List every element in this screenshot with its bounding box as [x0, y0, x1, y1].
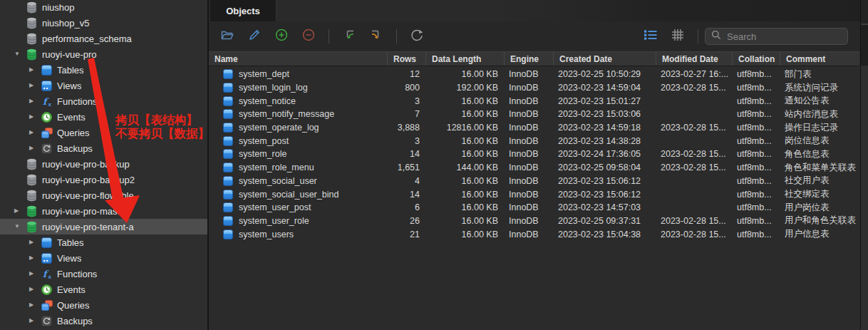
sidebar-item-ruoyi-vue-pro-backup[interactable]: ruoyi-vue-pro-backup [0, 156, 207, 172]
sidebar-item-label: performance_schema [42, 33, 132, 44]
refresh-button[interactable] [408, 27, 426, 46]
column-header-created-date[interactable]: Created Date [553, 52, 656, 66]
sidebar-item-events[interactable]: ▶Events [0, 282, 207, 297]
search-input[interactable] [725, 31, 842, 43]
column-header-comment[interactable]: Comment [780, 52, 859, 66]
sidebar-item-ruoyi-vue-pro-master[interactable]: ▶ruoyi-vue-pro-master [0, 203, 207, 219]
sidebar-item-label: Queries [57, 300, 90, 311]
sidebar-item-niushop-v5[interactable]: niushop_v5 [0, 15, 207, 31]
search-icon [711, 30, 721, 43]
sidebar-item-ruoyi-vue-pro[interactable]: ▼ruoyi-vue-pro [0, 46, 207, 62]
sidebar-item-functions[interactable]: ▶fxFunctions [0, 93, 207, 109]
chevron-down-icon[interactable]: ▼ [14, 51, 26, 57]
table-row-system_notify_message[interactable]: system_notify_message716.00 KBInnoDB2023… [209, 108, 859, 121]
database-app-window: niushopniushop_v5performance_schema▼ruoy… [0, 0, 868, 330]
cell-created: 2023-02-25 09:58:04 [553, 163, 656, 172]
sidebar-item-functions[interactable]: ▶fxFunctions [0, 266, 207, 282]
chevron-right-icon[interactable]: ▶ [29, 83, 41, 88]
sidebar-item-tables[interactable]: ▶Tables [0, 62, 207, 78]
chevron-right-icon[interactable]: ▶ [29, 130, 41, 135]
sidebar-item-ruoyi-vue-pro-flowable[interactable]: ruoyi-vue-pro-flowable [0, 187, 207, 203]
database-green-icon [26, 48, 38, 61]
database-gray-icon [26, 158, 38, 170]
annotation-line2: 不要拷贝【数据】 [115, 127, 210, 140]
column-header-name[interactable]: Name [209, 52, 387, 66]
table-name-label: system_role [239, 149, 286, 159]
cell-created: 2023-02-24 17:36:05 [553, 149, 656, 159]
sidebar-item-queries[interactable]: ▶Queries [0, 297, 207, 313]
chevron-right-icon[interactable]: ▶ [29, 114, 41, 120]
chevron-right-icon[interactable]: ▶ [29, 271, 41, 277]
table-row-system_dept[interactable]: system_dept1216.00 KBInnoDB2023-02-25 10… [209, 68, 859, 81]
chevron-right-icon[interactable]: ▶ [29, 67, 41, 73]
cell-data-length: 12816.00 KB [425, 123, 504, 133]
sidebar-item-niushop[interactable]: niushop [0, 0, 207, 15]
open-table-button[interactable] [218, 27, 237, 46]
chevron-right-icon[interactable]: ▶ [29, 287, 41, 292]
sidebar-item-ruoyi-vue-pro-backup2[interactable]: ruoyi-vue-pro-backup2 [0, 172, 207, 187]
column-header-rows[interactable]: Rows [387, 52, 425, 66]
search-box[interactable] [705, 28, 848, 45]
table-row-system_role_menu[interactable]: system_role_menu1,651144.00 KBInnoDB2023… [209, 161, 859, 175]
column-header-data-length[interactable]: Data Length [425, 52, 504, 66]
cell-engine: InnoDB [504, 136, 553, 146]
table-row-system_social_user[interactable]: system_social_user416.00 KBInnoDB2023-02… [209, 175, 859, 188]
table-row-system_user_post[interactable]: system_user_post616.00 KBInnoDB2023-02-2… [209, 201, 859, 215]
chevron-right-icon[interactable]: ▶ [29, 318, 41, 324]
sidebar-item-label: ruoyi-vue-pro [42, 49, 97, 60]
table-name-label: system_social_user_bind [239, 190, 339, 200]
table-row-system_login_log[interactable]: system_login_log800192.00 KBInnoDB2023-0… [209, 81, 859, 95]
chevron-right-icon[interactable]: ▶ [29, 255, 41, 261]
toolbar-separator [698, 29, 698, 43]
table-row-system_user_role[interactable]: system_user_role2616.00 KBInnoDB2023-02-… [209, 215, 859, 228]
sidebar-item-ruoyi-vue-pro-tenant-a[interactable]: ▼ruoyi-vue-pro-tenant-a [0, 219, 207, 234]
cell-rows: 26 [387, 216, 425, 226]
database-green-icon [26, 205, 38, 217]
chevron-down-icon[interactable]: ▼ [14, 224, 26, 230]
cell-comment: 部门表 [780, 68, 859, 81]
sidebar-item-backups[interactable]: ▶Backups [0, 140, 207, 156]
refresh-icon [410, 28, 424, 45]
chevron-right-icon[interactable]: ▶ [29, 302, 41, 308]
table-icon [223, 202, 233, 212]
table-row-system_role[interactable]: system_role1416.00 KBInnoDB2023-02-24 17… [209, 148, 859, 161]
sidebar-item-tables[interactable]: ▶Tables [0, 234, 207, 250]
sidebar-item-views[interactable]: ▶Views [0, 250, 207, 266]
chevron-right-icon[interactable]: ▶ [29, 98, 41, 104]
column-header-engine[interactable]: Engine [504, 52, 553, 66]
export-wizard-button[interactable] [367, 27, 386, 46]
cell-engine: InnoDB [504, 202, 553, 212]
import-arrow-icon [342, 28, 356, 45]
table-name-cell: system_social_user [209, 176, 387, 186]
grid-view-button[interactable] [668, 27, 687, 46]
tab-objects[interactable]: Objects [210, 0, 277, 21]
new-table-button[interactable] [272, 27, 291, 46]
chevron-right-icon[interactable]: ▶ [14, 208, 26, 214]
chevron-right-icon[interactable]: ▶ [29, 145, 41, 151]
sidebar-item-backups[interactable]: ▶Backups [0, 313, 207, 329]
design-table-button[interactable] [245, 27, 264, 46]
cell-collation: utf8mb... [732, 163, 780, 172]
table-row-system_operate_log[interactable]: system_operate_log3,88812816.00 KBInnoDB… [209, 121, 859, 135]
cell-data-length: 16.00 KB [425, 69, 504, 79]
table-name-label: system_users [239, 230, 294, 239]
database-green-icon [26, 221, 38, 233]
cell-comment: 用户信息表 [780, 228, 859, 240]
import-wizard-button[interactable] [340, 27, 358, 46]
list-view-button[interactable] [641, 27, 660, 46]
sidebar-item-performance-schema[interactable]: performance_schema [0, 31, 207, 46]
table-row-system_notice[interactable]: system_notice316.00 KBInnoDB2023-02-23 1… [209, 94, 859, 108]
sidebar-item-label: ruoyi-vue-pro-flowable [42, 190, 134, 201]
delete-table-button[interactable] [299, 27, 318, 46]
functions-icon: fx [41, 268, 53, 280]
column-header-collation[interactable]: Collation [732, 52, 780, 66]
sidebar-item-label: Tables [57, 237, 84, 248]
sidebar-item-views[interactable]: ▶Views [0, 78, 207, 93]
table-row-system_social_user_bind[interactable]: system_social_user_bind1416.00 KBInnoDB2… [209, 187, 859, 201]
table-row-system_post[interactable]: system_post316.00 KBInnoDB2023-02-23 14:… [209, 134, 859, 148]
table-row-system_users[interactable]: system_users2116.00 KBInnoDB2023-02-23 1… [209, 227, 859, 241]
cell-data-length: 192.00 KB [425, 83, 504, 93]
column-header-modified-date[interactable]: Modified Date [656, 52, 732, 66]
chevron-right-icon[interactable]: ▶ [29, 239, 41, 245]
cell-comment: 用户和角色关联表 [780, 215, 859, 227]
